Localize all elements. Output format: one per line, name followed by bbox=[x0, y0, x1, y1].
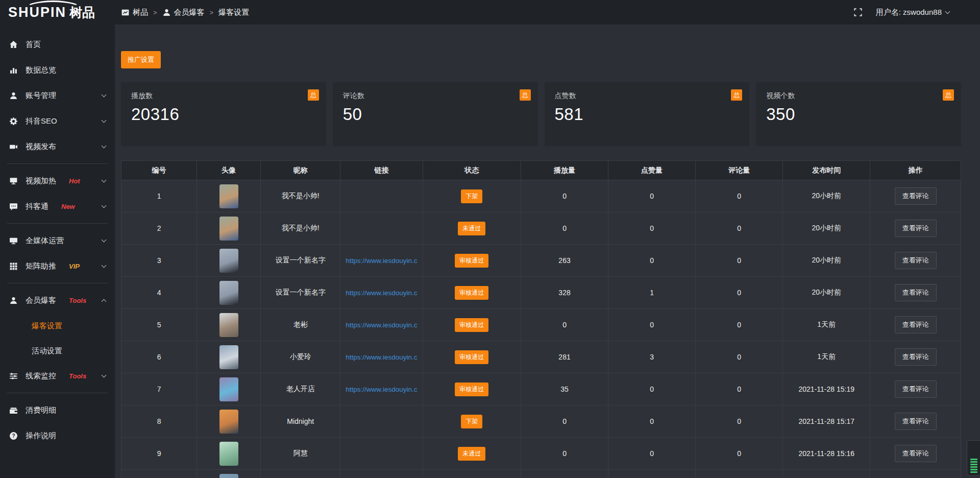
sidebar-item-4[interactable]: 抖音SEO bbox=[0, 108, 115, 134]
cell-link bbox=[340, 212, 423, 245]
avatar bbox=[219, 217, 238, 241]
user-icon bbox=[9, 91, 18, 100]
sidebar-item-8[interactable]: 全媒体运营 bbox=[0, 228, 115, 253]
chevron-down-icon bbox=[102, 237, 107, 243]
widget-bar bbox=[970, 471, 977, 473]
status-badge: 审核通过 bbox=[455, 286, 488, 300]
cell-plays: 0 bbox=[521, 405, 608, 438]
home-icon bbox=[9, 40, 18, 49]
cell-plays: 281 bbox=[521, 341, 608, 373]
cell-nickname: 我不是小帅! bbox=[261, 212, 340, 245]
username-label: 用户名: zswodun88 bbox=[876, 8, 942, 17]
cell-nickname: 老人开店 bbox=[261, 373, 340, 405]
sidebar-item-10[interactable]: 会员爆客 Tools bbox=[0, 288, 115, 313]
cell-id: 3 bbox=[121, 245, 197, 277]
sidebar-item-1[interactable]: 首页 bbox=[0, 32, 115, 57]
sidebar-item-label: 数据总览 bbox=[26, 65, 56, 75]
sidebar-item-5[interactable]: 视频发布 bbox=[0, 134, 115, 159]
sidebar-item-3[interactable]: 账号管理 bbox=[0, 83, 115, 108]
chevron-down-icon bbox=[102, 263, 107, 268]
sidebar-subitem-活动设置[interactable]: 活动设置 bbox=[0, 338, 115, 363]
fullscreen-icon[interactable] bbox=[853, 8, 863, 17]
cell-avatar bbox=[197, 341, 261, 373]
avatar bbox=[219, 184, 238, 208]
divider bbox=[7, 223, 108, 224]
widget-bar bbox=[970, 466, 977, 468]
table-row: 9 阿慧 未通过 0 0 0 2021-11-28 15:16 查看评论 bbox=[121, 438, 961, 470]
sidebar-subitem-爆客设置[interactable]: 爆客设置 bbox=[0, 313, 115, 338]
chevron-up-icon bbox=[102, 299, 107, 304]
sidebar-item-label: 视频发布 bbox=[26, 142, 56, 152]
logo[interactable]: SHUPIN 树品 bbox=[0, 0, 115, 25]
topbar: 树品>会员爆客>爆客设置 用户名: zswodun88 bbox=[115, 0, 980, 25]
widget-bar bbox=[970, 459, 977, 460]
cell-id: 4 bbox=[121, 277, 197, 309]
avatar bbox=[219, 249, 238, 273]
wallet-icon bbox=[9, 406, 18, 415]
sidebar-item-11[interactable]: 线索监控 Tools bbox=[0, 363, 115, 389]
cell-comments: 0 bbox=[696, 212, 783, 245]
video-link[interactable]: https://www.iesdouyin.c bbox=[340, 289, 422, 297]
cell-id bbox=[121, 470, 197, 478]
view-comments-button[interactable]: 查看评论 bbox=[895, 445, 937, 462]
sidebar-item-12[interactable]: 消费明细 bbox=[0, 397, 115, 423]
cell-link: https://www.iesdouyin.c bbox=[340, 373, 423, 405]
divider bbox=[7, 283, 108, 283]
cell-comments: 0 bbox=[696, 341, 783, 373]
cell-plays: 328 bbox=[521, 277, 608, 309]
cell-id: 1 bbox=[121, 180, 197, 212]
view-comments-button[interactable]: 查看评论 bbox=[895, 316, 937, 333]
breadcrumb-label: 爆客设置 bbox=[218, 8, 249, 17]
cell-id: 8 bbox=[121, 405, 197, 438]
sidebar-item-label: 首页 bbox=[26, 40, 41, 50]
status-badge: 审核通过 bbox=[455, 318, 488, 332]
view-comments-button[interactable]: 查看评论 bbox=[895, 380, 937, 398]
sidebar-item-label: 抖音SEO bbox=[26, 116, 57, 126]
cell-link: https://www.iesdouyin.c bbox=[340, 245, 423, 277]
cell-time: 20小时前 bbox=[783, 212, 870, 245]
sidebar-item-7[interactable]: 抖客通 New bbox=[0, 194, 115, 219]
view-comments-button[interactable]: 查看评论 bbox=[895, 220, 937, 237]
cell-avatar bbox=[197, 245, 261, 277]
video-link[interactable]: https://www.iesdouyin.c bbox=[340, 321, 422, 329]
view-comments-button[interactable]: 查看评论 bbox=[895, 252, 937, 269]
member-icon bbox=[9, 296, 18, 305]
chevron-down-icon bbox=[102, 178, 107, 183]
breadcrumb-item-1[interactable]: 树品 bbox=[121, 8, 148, 17]
cell-avatar bbox=[197, 405, 261, 438]
sidebar-item-badge: Tools bbox=[69, 297, 86, 304]
widget-bar bbox=[970, 464, 977, 465]
cell-comments: 0 bbox=[696, 245, 783, 277]
chat-icon bbox=[9, 202, 18, 211]
promo-settings-button[interactable]: 推广设置 bbox=[121, 51, 161, 68]
floating-widget[interactable] bbox=[967, 440, 980, 476]
videos-table: 编号头像昵称链接状态播放量点赞量评论量发布时间操作 1 我不是小帅! 下架 0 … bbox=[121, 160, 961, 478]
video-link[interactable]: https://www.iesdouyin.c bbox=[340, 386, 422, 393]
cell-plays: 35 bbox=[521, 373, 608, 405]
cell-comments: 0 bbox=[696, 373, 783, 405]
view-comments-button[interactable]: 查看评论 bbox=[895, 284, 937, 301]
breadcrumb-item-3[interactable]: 爆客设置 bbox=[218, 8, 249, 17]
chevron-down-icon bbox=[102, 203, 107, 208]
column-header: 播放量 bbox=[521, 161, 608, 180]
video-link[interactable]: https://www.iesdouyin.c bbox=[340, 353, 422, 361]
view-comments-button[interactable]: 查看评论 bbox=[895, 348, 937, 366]
breadcrumb-item-2[interactable]: 会员爆客 bbox=[162, 8, 205, 17]
view-comments-button[interactable]: 查看评论 bbox=[895, 413, 937, 430]
video-link[interactable]: https://www.iesdouyin.c bbox=[340, 257, 422, 265]
sidebar-nav: 首页 数据总览 账号管理 抖音SEO 视频发布 视频加热 Hot 抖客通 New… bbox=[0, 25, 115, 448]
sidebar-item-6[interactable]: 视频加热 Hot bbox=[0, 168, 115, 194]
sidebar-item-badge: Hot bbox=[69, 177, 80, 185]
sidebar-item-13[interactable]: ? 操作说明 bbox=[0, 423, 115, 448]
cell-nickname: 小爱玲 bbox=[261, 341, 340, 373]
cell-time: 2021-11-28 15:16 bbox=[783, 438, 870, 470]
sidebar-item-9[interactable]: 矩阵助推 VIP bbox=[0, 253, 115, 279]
breadcrumb-label: 树品 bbox=[133, 8, 148, 17]
sidebar-item-2[interactable]: 数据总览 bbox=[0, 57, 115, 83]
cell-link bbox=[340, 405, 423, 438]
monitor-icon bbox=[9, 236, 18, 245]
sliders-icon bbox=[9, 372, 18, 380]
view-comments-button[interactable]: 查看评论 bbox=[895, 187, 937, 205]
column-header: 链接 bbox=[340, 161, 423, 180]
user-menu[interactable]: 用户名: zswodun88 bbox=[876, 8, 949, 17]
